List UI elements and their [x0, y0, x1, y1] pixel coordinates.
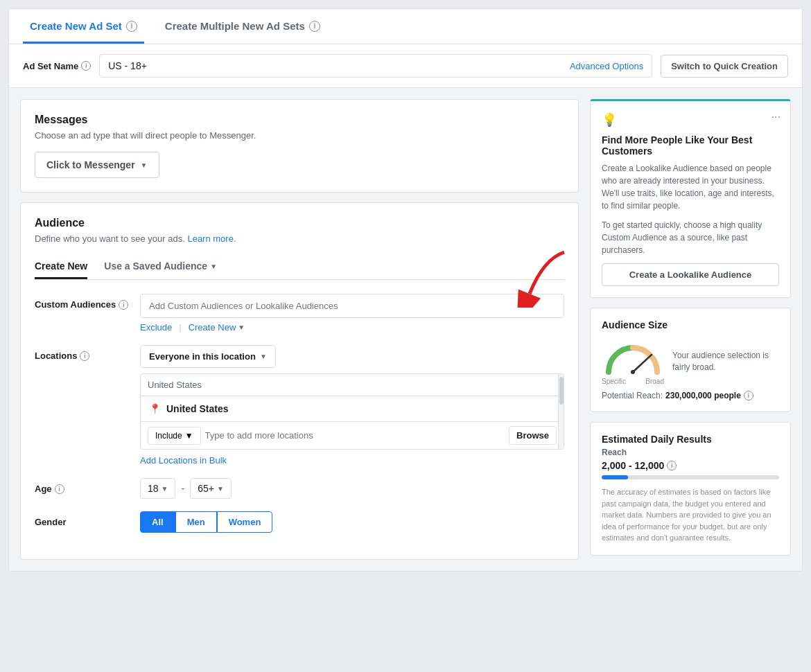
audience-size-description: Your audience selection is fairly broad.	[672, 350, 779, 373]
messages-subtitle: Choose an ad type that will direct peopl…	[35, 130, 564, 141]
add-locations-bulk-link[interactable]: Add Locations in Bulk	[140, 455, 564, 466]
tab-create-new-ad-set-info[interactable]: i	[126, 21, 137, 32]
age-row: Age i 18 ▼ - 65+	[35, 478, 564, 499]
custom-audiences-control: Exclude | Create New ▼	[140, 294, 564, 333]
audience-subtitle: Define who you want to see your ads. Lea…	[35, 233, 564, 244]
ad-set-name-input[interactable]	[108, 55, 570, 77]
audience-size-card: Audience Size	[590, 308, 791, 412]
locations-info-icon[interactable]: i	[80, 351, 89, 361]
messages-title: Messages	[35, 114, 564, 126]
locations-dropdown-arrow-icon: ▼	[260, 353, 267, 360]
locations-control: Everyone in this location ▼ United State…	[140, 345, 564, 466]
custom-audiences-row: Custom Audiences i	[35, 294, 564, 333]
content-area: Messages Choose an ad type that will dir…	[9, 88, 802, 571]
est-daily-info-icon[interactable]: i	[667, 461, 677, 470]
custom-audiences-input[interactable]	[140, 294, 564, 318]
age-max-arrow-icon: ▼	[217, 485, 224, 493]
estimated-daily-card: Estimated Daily Results Reach 2,000 - 12…	[590, 422, 791, 556]
potential-reach-info-icon[interactable]: i	[744, 391, 753, 400]
audience-size-title: Audience Size	[602, 319, 779, 330]
tab-create-new-ad-set-label: Create New Ad Set	[30, 20, 122, 32]
est-daily-text: The accuracy of estimates is based on fa…	[602, 486, 779, 544]
top-bar: Ad Set Name i Advanced Options Switch to…	[9, 44, 802, 88]
tab-create-multiple-info[interactable]: i	[309, 21, 320, 32]
gender-all-button[interactable]: All	[140, 511, 175, 533]
age-max-select[interactable]: 65+ ▼	[190, 478, 232, 499]
create-new-dropdown-icon: ▼	[238, 324, 245, 331]
location-footer: Include ▼ Browse	[141, 422, 564, 449]
custom-audiences-info-icon[interactable]: i	[119, 300, 128, 310]
specific-label: Specific	[602, 378, 626, 385]
est-daily-title: Estimated Daily Results	[602, 434, 779, 445]
outer-wrapper: Create New Ad Set i Create Multiple New …	[0, 0, 811, 672]
browse-button[interactable]: Browse	[509, 426, 557, 445]
tabs-header: Create New Ad Set i Create Multiple New …	[9, 9, 802, 44]
potential-reach-value: 230,000,000 people	[665, 391, 741, 400]
click-to-messenger-label: Click to Messenger	[46, 159, 135, 170]
location-item-us: 📍 United States	[141, 396, 564, 422]
create-lookalike-button[interactable]: Create a Lookalike Audience	[602, 263, 779, 286]
right-panel: 💡 ··· Find More People Like Your Best Cu…	[590, 99, 791, 560]
audience-section: Audience Define who you want to see your…	[20, 202, 579, 560]
lookalike-card-text2: To get started quickly, choose a high qu…	[602, 219, 779, 256]
include-button[interactable]: Include ▼	[148, 427, 201, 445]
location-header-text: United States	[148, 380, 202, 390]
locations-row: Locations i Everyone in this location ▼	[35, 345, 564, 466]
location-box: United States 📍 United States	[140, 373, 564, 450]
locations-label: Locations i	[35, 345, 132, 361]
location-scrollbar[interactable]	[558, 374, 564, 449]
audience-tab-saved-audience[interactable]: Use a Saved Audience ▼	[104, 255, 217, 279]
create-new-link[interactable]: Create New ▼	[189, 322, 245, 333]
est-progress-fill	[602, 475, 628, 479]
age-max-value: 65+	[198, 483, 214, 494]
saved-audience-arrow-icon: ▼	[210, 263, 217, 270]
lookalike-card: 💡 ··· Find More People Like Your Best Cu…	[590, 99, 791, 298]
location-scrollbar-thumb	[559, 377, 564, 405]
svg-point-2	[631, 370, 635, 374]
locations-dropdown[interactable]: Everyone in this location ▼	[140, 345, 276, 368]
ad-set-name-input-wrap: Advanced Options	[99, 54, 652, 78]
age-control: 18 ▼ - 65+ ▼	[140, 478, 564, 499]
messenger-dropdown-arrow-icon: ▼	[141, 161, 148, 169]
tab-create-new-ad-set[interactable]: Create New Ad Set i	[23, 9, 144, 44]
age-min-select[interactable]: 18 ▼	[140, 478, 175, 499]
est-progress-bar	[602, 475, 779, 479]
include-label: Include	[155, 431, 182, 441]
audience-size-gauge	[602, 337, 664, 375]
lookalike-card-title: Find More People Like Your Best Customer…	[602, 134, 779, 157]
pin-icon: 📍	[149, 403, 161, 414]
click-to-messenger-button[interactable]: Click to Messenger ▼	[35, 152, 159, 178]
broad-label: Broad	[645, 378, 664, 385]
potential-reach: Potential Reach: 230,000,000 people i	[602, 391, 779, 400]
age-info-icon[interactable]: i	[55, 484, 64, 494]
audience-actions: Exclude | Create New ▼	[140, 322, 564, 333]
est-daily-subtitle: Reach	[602, 448, 779, 457]
gender-buttons: All Men Women	[140, 511, 564, 533]
exclude-link[interactable]: Exclude	[140, 322, 172, 333]
custom-audiences-label: Custom Audiences i	[35, 294, 132, 310]
ad-set-name-label: Ad Set Name i	[23, 61, 91, 71]
location-box-inner: United States 📍 United States	[141, 374, 564, 449]
gauge-container: Specific Broad	[602, 337, 664, 385]
audience-tab-create-new[interactable]: Create New	[35, 255, 87, 279]
ad-set-name-info-icon[interactable]: i	[81, 61, 91, 71]
learn-more-link[interactable]: Learn more	[187, 233, 233, 244]
gender-men-button[interactable]: Men	[175, 511, 217, 533]
more-options-icon[interactable]: ···	[771, 111, 781, 123]
tab-create-multiple[interactable]: Create Multiple New Ad Sets i	[158, 9, 327, 44]
age-separator: -	[181, 483, 184, 494]
tab-create-multiple-label: Create Multiple New Ad Sets	[165, 20, 305, 32]
audience-tabs: Create New Use a Saved Audience ▼	[35, 255, 564, 280]
audience-title: Audience	[35, 217, 564, 229]
switch-to-quick-creation-button[interactable]: Switch to Quick Creation	[661, 55, 788, 78]
gender-control: All Men Women	[140, 511, 564, 533]
lightbulb-icon: 💡	[602, 113, 617, 127]
location-type-input[interactable]	[205, 430, 505, 441]
gender-women-button[interactable]: Women	[217, 511, 273, 533]
gender-row: Gender All Men Women	[35, 511, 564, 533]
lookalike-card-text1: Create a Lookalike Audience based on peo…	[602, 162, 779, 212]
advanced-options-link[interactable]: Advanced Options	[570, 61, 643, 71]
left-panel: Messages Choose an ad type that will dir…	[20, 99, 579, 560]
svg-line-1	[633, 355, 652, 372]
include-dropdown-arrow-icon: ▼	[185, 431, 193, 441]
